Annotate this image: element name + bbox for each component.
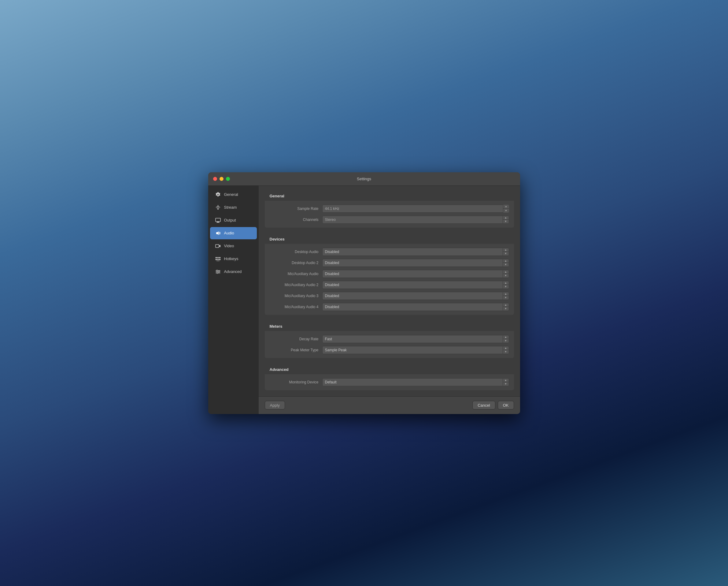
monitoring-device-label: Monitoring Device [270,380,319,384]
channels-label: Channels [270,218,319,222]
desktop-audio2-row: Desktop Audio 2 Disabled ▲ ▼ [265,258,514,268]
decay-rate-row: Decay Rate Fast ▲ ▼ [265,334,514,345]
mic-audio-value: Disabled [325,272,339,276]
monitoring-device-row: Monitoring Device Default ▲ ▼ [265,377,514,388]
mic-audio3-value: Disabled [325,294,339,298]
svg-point-20 [217,272,218,274]
decay-rate-control[interactable]: Fast ▲ ▼ [322,335,509,343]
window-title: Settings [357,176,371,181]
desktop-audio-row: Desktop Audio Disabled ▲ ▼ [265,246,514,258]
channels-value: Stereo [325,218,336,222]
svg-rect-6 [215,244,219,248]
sample-rate-label: Sample Rate [270,206,319,211]
mic-audio3-row: Mic/Auxiliary Audio 3 Disabled ▲ ▼ [265,290,514,301]
advanced-section-body: Monitoring Device Default ▲ ▼ [265,374,514,390]
sidebar-label-video: Video [224,244,234,248]
devices-section-header: Devices [265,234,514,244]
desktop-audio2-value: Disabled [325,261,339,265]
sidebar-item-advanced[interactable]: Advanced [210,266,257,278]
minimize-button[interactable] [219,177,224,181]
svg-rect-3 [217,222,219,222]
sidebar-item-output[interactable]: Output [210,214,257,226]
sample-rate-row: Sample Rate 44.1 kHz ▲ ▼ [265,203,514,214]
sidebar-label-advanced: Advanced [224,269,242,274]
general-section-body: Sample Rate 44.1 kHz ▲ ▼ [265,201,514,228]
monitoring-device-value: Default [325,380,337,384]
devices-section-body: Desktop Audio Disabled ▲ ▼ [265,244,514,315]
sidebar-item-video[interactable]: Video [210,240,257,252]
main-panel: General Sample Rate 44.1 kHz ▲ [259,186,520,414]
ok-button[interactable]: OK [498,401,514,410]
sidebar-item-audio[interactable]: Audio [210,227,257,239]
channels-down[interactable]: ▼ [503,220,509,223]
sample-rate-value: 44.1 kHz [325,206,339,211]
general-section-header: General [265,191,514,201]
desktop-audio-value: Disabled [325,250,339,254]
cancel-button[interactable]: Cancel [472,401,495,410]
advanced-settings-section: Advanced Monitoring Device Default ▲ ▼ [265,364,514,390]
apply-button[interactable]: Apply [265,401,285,410]
mic-audio2-value: Disabled [325,283,339,287]
sidebar-label-hotkeys: Hotkeys [224,257,238,261]
mic-audio4-value: Disabled [325,305,339,309]
maximize-button[interactable] [226,177,230,181]
desktop-audio-spinner[interactable]: ▲ ▼ [503,248,509,255]
decay-rate-label: Decay Rate [270,337,319,341]
svg-rect-4 [216,222,219,223]
sample-rate-down[interactable]: ▼ [503,209,509,213]
sidebar-label-audio: Audio [224,231,234,235]
svg-rect-9 [217,257,218,258]
channels-spinner[interactable]: ▲ ▼ [503,216,509,223]
svg-point-19 [218,271,219,272]
channels-control[interactable]: Stereo ▲ ▼ [322,216,509,224]
mic-audio3-control[interactable]: Disabled ▲ ▼ [322,292,509,300]
svg-rect-8 [215,257,217,258]
svg-rect-11 [215,259,217,260]
svg-point-0 [217,209,218,210]
sidebar-item-stream[interactable]: Stream [210,201,257,214]
gear-icon [215,192,221,198]
peak-meter-control[interactable]: Sample Peak ▲ ▼ [322,346,509,354]
sidebar-item-general[interactable]: General [210,189,257,201]
mic-audio4-control[interactable]: Disabled ▲ ▼ [322,303,509,311]
sidebar-label-output: Output [224,218,236,222]
channels-row: Channels Stereo ▲ ▼ [265,214,514,225]
hotkeys-icon [215,256,221,262]
monitoring-device-control[interactable]: Default ▲ ▼ [322,378,509,386]
desktop-audio2-control[interactable]: Disabled ▲ ▼ [322,259,509,267]
desktop-audio-control[interactable]: Disabled ▲ ▼ [322,248,509,256]
sample-rate-control[interactable]: 44.1 kHz ▲ ▼ [322,205,509,213]
sidebar-label-general: General [224,192,238,197]
mic-audio-label: Mic/Auxiliary Audio [270,272,319,276]
meters-section-body: Decay Rate Fast ▲ ▼ [265,331,514,358]
audio-icon [215,230,221,236]
mic-audio4-row: Mic/Auxiliary Audio 4 Disabled ▲ ▼ [265,301,514,312]
bottom-right-buttons: Cancel OK [472,401,514,410]
bottom-bar: Apply Cancel OK [259,396,520,414]
svg-rect-12 [217,259,218,260]
peak-meter-row: Peak Meter Type Sample Peak ▲ ▼ [265,345,514,356]
settings-window: Settings General [208,172,520,414]
mic-audio-control[interactable]: Disabled ▲ ▼ [322,270,509,278]
mic-audio2-label: Mic/Auxiliary Audio 2 [270,283,319,287]
settings-scroll-area[interactable]: General Sample Rate 44.1 kHz ▲ [259,186,520,396]
channels-up[interactable]: ▲ [503,216,509,220]
output-icon [215,217,221,223]
mic-audio4-label: Mic/Auxiliary Audio 4 [270,305,319,309]
close-button[interactable] [213,177,217,181]
sample-rate-up[interactable]: ▲ [503,205,509,209]
mic-audio-row: Mic/Auxiliary Audio Disabled ▲ ▼ [265,268,514,279]
traffic-lights [213,177,230,181]
video-icon [215,243,221,249]
sidebar-label-stream: Stream [224,205,237,210]
svg-marker-5 [216,231,218,235]
svg-rect-13 [219,259,220,260]
mic-audio2-control[interactable]: Disabled ▲ ▼ [322,281,509,289]
devices-section: Devices Desktop Audio Disabled ▲ ▼ [265,234,514,315]
peak-meter-value: Sample Peak [325,348,347,352]
sample-rate-spinner[interactable]: ▲ ▼ [503,205,509,213]
meters-section-header: Meters [265,321,514,331]
sidebar-item-hotkeys[interactable]: Hotkeys [210,253,257,265]
svg-rect-10 [219,257,220,258]
advanced-icon [215,269,221,275]
